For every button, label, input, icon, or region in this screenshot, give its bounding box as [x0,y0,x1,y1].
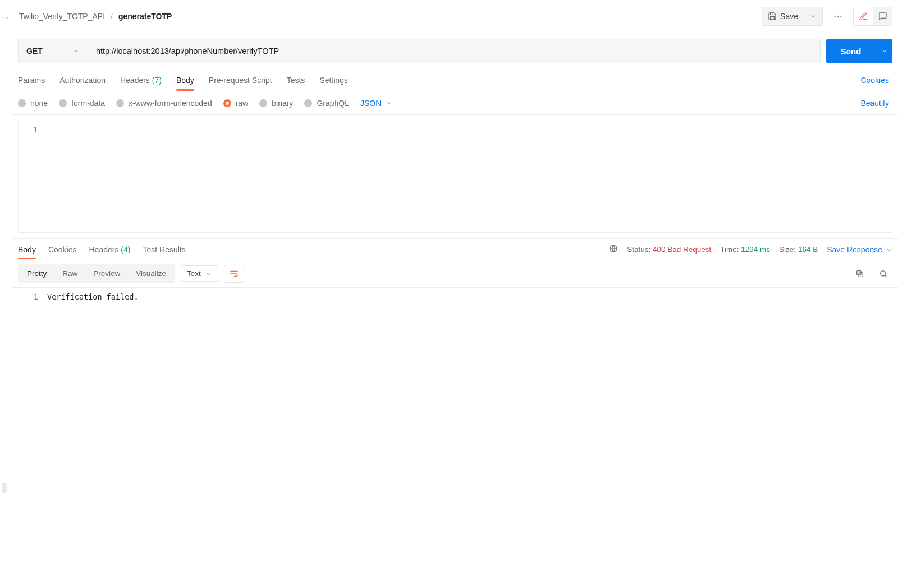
tab-headers[interactable]: Headers (7) [120,70,162,90]
time-value: 1294 ms [741,245,770,254]
response-tab-test-results[interactable]: Test Results [143,241,185,259]
radio-label: x-www-form-urlencoded [129,99,212,108]
request-body-editor[interactable]: 1 [18,121,892,233]
chevron-down-icon [886,246,892,253]
time-label: Time: [720,245,739,254]
response-status-info: Status: 400 Bad Request Time: 1294 ms Si… [609,244,818,255]
drag-handle-icon[interactable]: °° [2,16,10,22]
size-label: Size: [779,245,796,254]
response-lang-label: Text [187,269,201,278]
radio-graphql[interactable]: GraphQL [304,99,349,108]
response-toolbar: Pretty Raw Preview Visualize Text [12,260,898,287]
radio-dot-icon [304,99,312,107]
save-button[interactable]: Save [762,7,804,26]
globe-icon[interactable] [609,244,618,255]
response-tab-headers-count: (4) [121,245,130,254]
response-lang-select[interactable]: Text [181,265,218,282]
resize-handle[interactable] [2,483,7,493]
editor-code: Verification failed. [44,288,898,500]
status-label: Status: [627,245,650,254]
wrap-lines-button[interactable] [224,265,244,283]
status-value: 400 Bad Request [653,245,711,254]
save-response-dropdown[interactable]: Save Response [827,245,892,254]
left-gutter: °° [0,0,11,500]
comment-mode-button[interactable] [873,7,892,25]
beautify-link[interactable]: Beautify [860,99,892,108]
chevron-down-icon [810,13,817,20]
save-dropdown-button[interactable] [804,7,823,26]
breadcrumb-separator: / [111,12,113,21]
radio-label: form-data [71,99,105,108]
radio-dot-icon [223,99,231,107]
chevron-down-icon [881,48,888,54]
edit-mode-button[interactable] [854,7,873,25]
breadcrumb-request[interactable]: generateTOTP [118,12,172,21]
body-format-label: JSON [360,99,381,108]
search-response-button[interactable] [874,265,892,283]
tab-settings[interactable]: Settings [319,70,348,90]
view-mode-raw[interactable]: Raw [54,265,85,282]
url-wrap: GET [18,39,821,63]
response-tab-body[interactable]: Body [18,241,36,259]
chevron-down-icon [205,270,212,277]
radio-raw[interactable]: raw [223,99,249,108]
radio-none[interactable]: none [18,99,48,108]
radio-label: none [30,99,48,108]
more-horizontal-icon [833,11,843,21]
response-header-row: Body Cookies Headers (4) Test Results St… [12,238,898,260]
editor-gutter: 1 [12,288,44,500]
response-body-editor[interactable]: 1 Verification failed. [12,287,898,500]
tab-tests[interactable]: Tests [287,70,305,90]
radio-dot-icon [18,99,26,107]
save-response-label: Save Response [827,245,882,254]
body-type-radios: none form-data x-www-form-urlencoded raw… [18,99,349,108]
more-options-button[interactable] [828,7,847,26]
radio-x-www[interactable]: x-www-form-urlencoded [116,99,212,108]
response-tab-headers[interactable]: Headers (4) [89,241,131,259]
tab-params[interactable]: Params [18,70,45,90]
size-block: Size: 164 B [779,245,818,254]
header-actions: Save [762,7,892,26]
svg-line-9 [885,275,887,277]
view-mode-segment: Pretty Raw Preview Visualize [18,264,175,283]
copy-icon [855,269,864,278]
editor-code[interactable] [43,121,892,232]
status-block: Status: 400 Bad Request [627,245,711,254]
breadcrumb-collection[interactable]: Twilio_Verify_TOTP_API [19,12,105,21]
request-tabs-row: Params Authorization Headers (7) Body Pr… [12,69,898,91]
url-input[interactable] [88,39,820,63]
svg-point-8 [881,270,886,275]
cookies-link[interactable]: Cookies [860,76,892,85]
tab-prerequest[interactable]: Pre-request Script [209,70,272,90]
line-number: 1 [19,126,38,134]
size-value: 164 B [798,245,818,254]
http-method-label: GET [26,47,43,56]
radio-form-data[interactable]: form-data [59,99,105,108]
view-mode-pretty[interactable]: Pretty [19,265,54,282]
view-mode-visualize[interactable]: Visualize [128,265,174,282]
body-type-row: none form-data x-www-form-urlencoded raw… [12,91,898,115]
chevron-down-icon [73,48,80,54]
svg-point-1 [837,16,839,17]
radio-binary[interactable]: binary [259,99,293,108]
radio-label: binary [272,99,293,108]
http-method-select[interactable]: GET [19,39,88,63]
search-icon [879,269,888,278]
radio-label: raw [236,99,249,108]
tab-authorization[interactable]: Authorization [59,70,106,90]
view-mode-preview[interactable]: Preview [85,265,128,282]
pencil-icon [859,12,868,21]
response-tab-cookies[interactable]: Cookies [48,241,77,259]
send-dropdown-button[interactable] [876,39,892,63]
request-header-row: Twilio_Verify_TOTP_API / generateTOTP Sa… [12,0,898,33]
tab-headers-count: (7) [152,76,162,85]
radio-label: GraphQL [317,99,349,108]
response-tabs: Body Cookies Headers (4) Test Results [18,241,609,259]
body-format-select[interactable]: JSON [360,99,392,108]
tab-body[interactable]: Body [176,70,194,90]
send-button[interactable]: Send [826,39,876,63]
radio-dot-icon [59,99,67,107]
copy-response-button[interactable] [851,265,869,283]
save-label: Save [780,12,798,21]
comment-icon [878,12,887,21]
